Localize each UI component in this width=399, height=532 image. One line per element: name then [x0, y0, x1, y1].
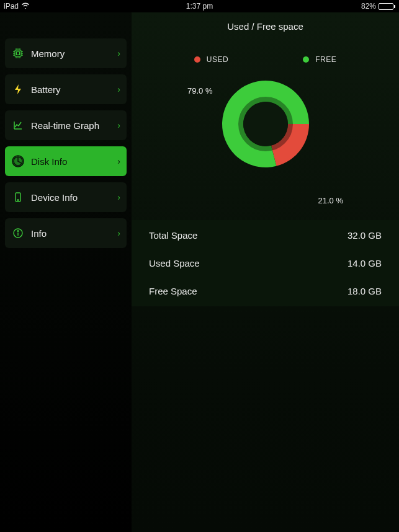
- stats-table: Total Space 32.0 GB Used Space 14.0 GB F…: [132, 220, 399, 306]
- stat-row-total: Total Space 32.0 GB: [132, 221, 399, 249]
- legend-used: USED: [194, 55, 228, 64]
- chart-area: 79.0 % 21.0 %: [132, 78, 399, 214]
- legend-dot-used: [194, 56, 200, 63]
- svg-point-20: [17, 231, 19, 232]
- chip-icon: [11, 47, 25, 60]
- disk-icon: [11, 154, 25, 168]
- svg-rect-0: [15, 50, 21, 56]
- legend-label: USED: [207, 55, 228, 64]
- battery-pct: 82%: [361, 2, 376, 11]
- legend-dot-free: [303, 56, 309, 63]
- sidebar-item-label: Battery: [31, 84, 117, 95]
- legend: USED FREE: [132, 55, 399, 64]
- svg-point-22: [243, 102, 288, 146]
- svg-rect-1: [17, 52, 20, 55]
- page-title: Used / Free space: [132, 12, 399, 35]
- status-time: 1:37 pm: [186, 2, 213, 11]
- stat-row-free: Free Space 18.0 GB: [132, 277, 399, 305]
- chevron-right-icon: ›: [117, 48, 120, 58]
- stat-label: Total Space: [149, 230, 197, 241]
- sidebar-item-info[interactable]: Info ›: [5, 218, 127, 248]
- stat-value: 14.0 GB: [347, 258, 382, 268]
- donut-chart: [219, 78, 312, 171]
- sidebar-item-device-info[interactable]: Device Info ›: [5, 182, 127, 212]
- main-panel: Used / Free space USED FREE 79.0 % 21.0 …: [132, 12, 399, 532]
- svg-point-17: [17, 200, 19, 201]
- device-icon: [11, 190, 25, 204]
- sidebar-item-label: Disk Info: [31, 156, 117, 167]
- status-bar: iPad 1:37 pm 82%: [0, 0, 399, 12]
- chart-pct-used: 21.0 %: [318, 196, 343, 205]
- sidebar-item-disk-info[interactable]: Disk Info ›: [5, 146, 127, 176]
- battery-icon: [379, 3, 395, 10]
- sidebar-item-label: Memory: [31, 48, 117, 59]
- sidebar-item-label: Info: [31, 228, 117, 239]
- status-right: 82%: [361, 2, 395, 11]
- wifi-icon: [21, 2, 30, 11]
- sidebar-item-memory[interactable]: Memory ›: [5, 38, 127, 68]
- device-label: iPad: [4, 2, 19, 11]
- stat-label: Used Space: [149, 258, 200, 268]
- stat-label: Free Space: [149, 286, 197, 296]
- sidebar-item-label: Real-time Graph: [31, 120, 117, 131]
- chevron-right-icon: ›: [117, 228, 120, 238]
- chevron-right-icon: ›: [117, 120, 120, 130]
- chevron-right-icon: ›: [117, 156, 120, 166]
- legend-free: FREE: [303, 55, 336, 64]
- sidebar-item-realtime-graph[interactable]: Real-time Graph ›: [5, 110, 127, 140]
- stat-value: 18.0 GB: [347, 286, 382, 296]
- sidebar-item-label: Device Info: [31, 192, 117, 203]
- info-icon: [11, 226, 25, 240]
- stat-value: 32.0 GB: [347, 230, 382, 241]
- bolt-icon: [11, 82, 25, 96]
- sidebar: Memory › Battery › Real-time Graph ›: [0, 12, 132, 532]
- chevron-right-icon: ›: [117, 84, 120, 94]
- legend-label: FREE: [315, 55, 336, 64]
- chart-pct-free: 79.0 %: [187, 86, 212, 95]
- sidebar-item-battery[interactable]: Battery ›: [5, 74, 127, 104]
- chevron-right-icon: ›: [117, 192, 120, 202]
- stat-row-used: Used Space 14.0 GB: [132, 249, 399, 277]
- status-left: iPad: [4, 2, 30, 11]
- graph-icon: [11, 118, 25, 132]
